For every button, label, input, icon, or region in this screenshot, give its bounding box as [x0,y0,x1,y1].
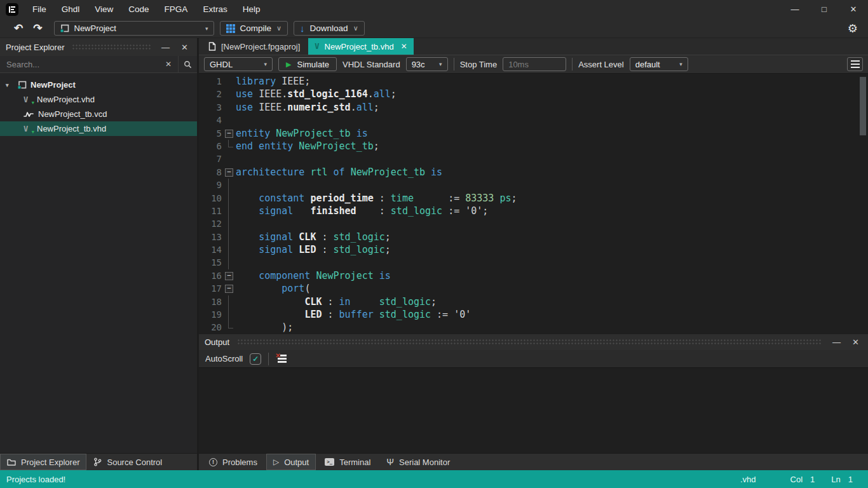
status-bar: Projects loaded! .vhd Col1 Ln1 [0,470,868,488]
panel-minimize-icon[interactable]: — [158,43,173,51]
stop-time-placeholder: 10ms [508,60,529,69]
compile-button[interactable]: Compile ∨ [220,21,288,36]
minimize-icon[interactable]: — [780,0,810,19]
menu-view[interactable]: View [87,0,121,19]
redo-icon[interactable]: ↷ [29,23,46,34]
output-content[interactable] [199,368,868,453]
bottom-tab-problems[interactable]: Problems [202,454,264,470]
tree-expand-icon[interactable]: ▾ [6,82,13,88]
fold-marker[interactable] [222,282,235,295]
tree-item[interactable]: V▼NewProject_tb.vhd [0,121,197,136]
bottom-tab-terminal[interactable]: Terminal [318,454,377,470]
code-line[interactable]: 9 [199,179,868,191]
code-line[interactable]: 16 component NewProject is [199,269,868,282]
code-line[interactable]: 2use IEEE.std_logic_1164.all; [199,88,868,100]
code-lines: 1library IEEE;2use IEEE.std_logic_1164.a… [199,75,868,334]
close-icon[interactable]: ✕ [839,0,868,19]
tree-item[interactable]: NewProject_tb.vcd [0,107,197,121]
tree-item[interactable]: V▼NewProject.vhd [0,92,197,107]
bottom-tab-bar: Project ExplorerSource Control Problems▷… [0,453,868,470]
clear-output-icon[interactable]: ✕ [276,355,287,363]
code-line[interactable]: 5entity NewProject_tb is [199,127,868,140]
code-line[interactable]: 1library IEEE; [199,75,868,88]
editor-scrollbar[interactable] [860,76,866,334]
line-number: 5 [199,127,222,140]
bottom-tab-serial-monitor[interactable]: ΨSerial Monitor [379,454,457,470]
chevron-down-icon[interactable]: ∨ [276,24,281,32]
tree-item-label: NewProject.vhd [37,95,95,104]
code-text: constant period_time : time := 83333 ps; [236,192,517,205]
line-number: 11 [199,205,222,217]
fold-gutter [222,231,235,243]
code-line[interactable]: 4 [199,114,868,126]
search-button[interactable] [178,56,197,72]
stop-time-input[interactable]: 10ms [503,57,566,71]
assert-level-select[interactable]: default ▾ [630,57,688,71]
fold-marker[interactable] [222,166,235,179]
menu-extras[interactable]: Extras [195,0,234,19]
bottom-tab-project-explorer[interactable]: Project Explorer [0,454,86,470]
fold-gutter [222,192,235,205]
autoscroll-checkbox[interactable]: ✓ [250,353,261,365]
editor-tab[interactable]: VNewProject_tb.vhd✕ [308,38,413,55]
menu-help[interactable]: Help [235,0,268,19]
menu-code[interactable]: Code [121,0,156,19]
stop-time-label: Stop Time [460,60,498,69]
tool-select[interactable]: GHDL ▾ [204,57,273,71]
col-value: 1 [810,475,815,484]
tree-item[interactable]: ▾NewProject [0,78,197,92]
autoscroll-label: AutoScroll [205,354,243,363]
menu-file[interactable]: File [25,0,54,19]
search-clear-icon[interactable]: ✕ [159,60,178,69]
code-line[interactable]: 7 [199,152,868,165]
menu-ghdl[interactable]: Ghdl [54,0,88,19]
code-line[interactable]: 19 LED : buffer std_logic := '0' [199,308,868,321]
panel-close-icon[interactable]: ✕ [178,43,191,51]
download-button[interactable]: ↓ Download ∨ [294,21,365,36]
line-number: 16 [199,269,222,282]
code-editor[interactable]: 1library IEEE;2use IEEE.std_logic_1164.a… [199,74,868,334]
gear-icon[interactable]: ⚙ [848,22,858,35]
code-line[interactable]: 13 signal CLK : std_logic; [199,231,868,243]
editor-tab[interactable]: [NewProject.fpgaproj] [202,38,306,55]
code-line[interactable]: 14 signal LED : std_logic; [199,243,868,256]
code-line[interactable]: 10 constant period_time : time := 83333 … [199,192,868,205]
bottom-tab-output[interactable]: ▷Output [266,454,316,470]
code-line[interactable]: 8architecture rtl of NewProject_tb is [199,166,868,179]
file-type-indicator[interactable]: .vhd [740,475,756,484]
maximize-icon[interactable]: □ [810,0,839,19]
line-number: 7 [199,152,222,165]
project-selector[interactable]: NewProject ▾ [54,21,214,36]
code-line[interactable]: 17 port( [199,282,868,295]
panel-minimize-icon[interactable]: — [829,338,844,346]
hamburger-menu-icon[interactable] [847,57,863,71]
chevron-down-icon[interactable]: ∨ [353,24,358,32]
line-number: 18 [199,295,222,308]
panel-drag-texture[interactable] [237,339,822,346]
code-line[interactable]: 11 signal finished : std_logic := '0'; [199,205,868,217]
search-input[interactable]: Search... [0,60,159,69]
code-line[interactable]: 15 [199,256,868,269]
bottom-tab-source-control[interactable]: Source Control [86,454,169,470]
panel-title: Project Explorer [6,43,64,52]
menu-fpga[interactable]: FPGA [157,0,196,19]
code-line[interactable]: 20 ); [199,321,868,334]
panel-close-icon[interactable]: ✕ [849,338,862,346]
fold-marker[interactable] [222,269,235,282]
simulate-button[interactable]: ▶ Simulate [278,57,337,71]
code-line[interactable]: 6end entity NewProject_tb; [199,140,868,152]
scrollbar-thumb[interactable] [860,77,866,135]
line-number: 1 [199,75,222,88]
code-text: use IEEE.numeric_std.all; [236,101,379,114]
code-line[interactable]: 18 CLK : in std_logic; [199,295,868,308]
vhdl-standard-label: VHDL Standard [342,60,400,69]
undo-icon[interactable]: ↶ [10,23,27,34]
fold-marker[interactable] [222,127,235,140]
vhdl-standard-select[interactable]: 93c ▾ [406,57,448,71]
panel-drag-texture[interactable] [72,44,151,51]
code-line[interactable]: 12 [199,217,868,230]
code-line[interactable]: 3use IEEE.numeric_std.all; [199,101,868,114]
tab-close-icon[interactable]: ✕ [401,42,407,51]
fold-gutter [222,321,235,334]
line-number: 10 [199,192,222,205]
